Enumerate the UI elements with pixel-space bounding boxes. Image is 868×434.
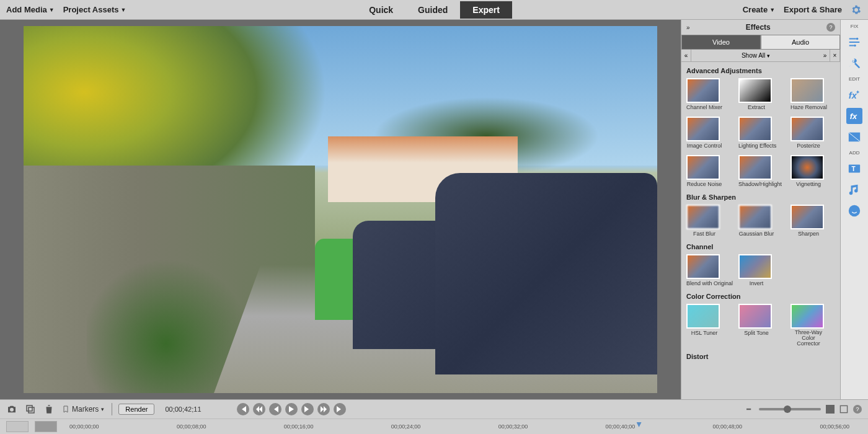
effect-blend-original[interactable]: Blend with Original xyxy=(686,254,722,286)
goto-start-button[interactable] xyxy=(237,403,249,415)
preview-monitor xyxy=(0,20,681,399)
tool-titles[interactable]: T xyxy=(846,161,862,177)
step-back-button[interactable] xyxy=(253,403,265,415)
svg-point-7 xyxy=(849,205,860,216)
frame-forward-button[interactable] xyxy=(301,403,314,415)
effect-fast-blur[interactable]: Fast Blur xyxy=(686,205,722,237)
duplicate-icon[interactable] xyxy=(25,404,36,415)
svg-text:fx: fx xyxy=(850,112,857,121)
zoom-out-icon[interactable] xyxy=(746,405,754,413)
effect-reduce-noise[interactable]: Reduce Noise xyxy=(686,155,722,187)
zoom-slider[interactable] xyxy=(759,408,821,410)
frame-back-button[interactable] xyxy=(269,403,281,415)
svg-rect-13 xyxy=(746,409,751,410)
playhead[interactable] xyxy=(637,422,642,427)
trash-icon[interactable] xyxy=(43,404,55,415)
project-assets-menu[interactable]: Project Assets▼ xyxy=(63,5,126,14)
effect-sharpen[interactable]: Sharpen xyxy=(790,205,826,237)
category-label: Advanced Adjustments xyxy=(686,67,835,74)
tab-quick[interactable]: Quick xyxy=(356,1,405,19)
effect-gaussian-blur[interactable]: Gaussian Blur xyxy=(738,205,774,237)
tool-fix[interactable]: FIX xyxy=(851,24,858,29)
effect-three-way-color[interactable]: Three-Way Color Corrector xyxy=(790,304,826,347)
effect-image-control[interactable]: Image Control xyxy=(686,117,722,149)
svg-rect-8 xyxy=(27,405,32,411)
timeline-help-icon[interactable]: ? xyxy=(853,405,862,414)
ruler-tick: 00;00;56;00 xyxy=(820,423,849,430)
goto-end-button[interactable] xyxy=(334,403,346,415)
svg-text:T: T xyxy=(851,166,856,172)
tool-adjust[interactable] xyxy=(846,34,862,50)
effect-posterize[interactable]: Posterize xyxy=(790,117,826,149)
svg-rect-15 xyxy=(840,405,847,412)
filter-next-icon[interactable]: » xyxy=(820,50,830,61)
svg-point-1 xyxy=(854,45,856,47)
tool-music[interactable] xyxy=(846,182,862,198)
help-icon[interactable]: ? xyxy=(826,23,835,32)
step-forward-button[interactable] xyxy=(317,403,330,415)
render-button[interactable]: Render xyxy=(118,404,154,415)
tool-fx[interactable]: fx xyxy=(846,108,862,124)
panel-title: Effects xyxy=(690,23,826,32)
ruler-tick: 00;00;08;00 xyxy=(177,423,206,430)
ruler-tick: 00;00;00;00 xyxy=(69,423,99,430)
fit-icon[interactable] xyxy=(839,405,848,414)
export-share-menu[interactable]: Export & Share xyxy=(784,5,842,14)
svg-rect-14 xyxy=(826,405,835,414)
zoom-in-icon[interactable] xyxy=(826,405,835,414)
preview-frame xyxy=(24,26,657,393)
effect-shadow-highlight[interactable]: Shadow/Highlight xyxy=(738,155,774,187)
effect-invert[interactable]: Invert xyxy=(738,254,774,286)
tab-expert[interactable]: Expert xyxy=(460,1,512,19)
effect-split-tone[interactable]: Split Tone xyxy=(738,304,774,347)
effect-hsl-tuner[interactable]: HSL Tuner xyxy=(686,304,722,347)
effect-vignetting[interactable]: Vignetting xyxy=(790,155,826,187)
markers-dropdown[interactable]: Markers ▾ xyxy=(62,405,104,414)
play-button[interactable] xyxy=(285,403,298,415)
ruler-tick: 00;00;40;00 xyxy=(606,423,636,430)
effect-haze-removal[interactable]: Haze Removal xyxy=(790,78,826,110)
ruler-tick: 00;00;48;00 xyxy=(713,423,743,430)
timeline-tools-button[interactable] xyxy=(6,421,29,432)
caret-down-icon: ▼ xyxy=(769,7,775,13)
effects-tab-audio[interactable]: Audio xyxy=(761,35,840,50)
create-menu[interactable]: Create▼ xyxy=(743,5,775,14)
category-label: Distort xyxy=(686,353,835,360)
effect-lighting-effects[interactable]: Lighting Effects xyxy=(738,117,774,149)
tool-tools[interactable] xyxy=(846,55,862,71)
timeline-audio-button[interactable] xyxy=(35,421,57,432)
marker-icon xyxy=(62,405,69,414)
category-label: Blur & Sharpen xyxy=(686,193,835,201)
gear-icon[interactable] xyxy=(851,4,862,16)
svg-point-0 xyxy=(856,38,859,40)
snapshot-icon[interactable] xyxy=(6,404,17,415)
add-media-menu[interactable]: Add Media▼ xyxy=(6,5,55,14)
tool-fx-star[interactable]: fx xyxy=(846,87,862,103)
filter-dropdown[interactable]: Show All ▾ xyxy=(691,52,820,59)
timecode-display[interactable]: 00;00;42;11 xyxy=(161,404,205,415)
svg-rect-9 xyxy=(29,407,34,413)
effect-extract[interactable]: Extract xyxy=(738,78,774,110)
effects-list[interactable]: Advanced Adjustments Channel Mixer Extra… xyxy=(681,62,840,399)
effects-tab-video[interactable]: Video xyxy=(681,35,761,50)
tab-guided[interactable]: Guided xyxy=(405,1,460,19)
category-label: Channel xyxy=(686,243,835,250)
tool-graphics[interactable] xyxy=(846,203,862,219)
ruler-tick: 00;00;32;00 xyxy=(498,423,528,430)
filter-prev-icon[interactable]: « xyxy=(681,50,691,61)
ruler-tick: 00;00;16;00 xyxy=(284,423,314,430)
tool-transitions[interactable] xyxy=(846,129,862,145)
caret-down-icon: ▼ xyxy=(49,7,55,13)
filter-close-icon[interactable]: × xyxy=(830,50,840,61)
ruler-tick: 00;00;24;00 xyxy=(391,423,421,430)
timeline-ruler[interactable]: 00;00;00;00 00;00;08;00 00;00;16;00 00;0… xyxy=(57,423,862,430)
tool-edit[interactable]: EDIT xyxy=(849,76,860,82)
tool-add[interactable]: ADD xyxy=(849,150,860,156)
svg-text:fx: fx xyxy=(849,91,857,100)
category-label: Color Correction xyxy=(686,293,835,300)
caret-down-icon: ▼ xyxy=(121,7,126,13)
effect-channel-mixer[interactable]: Channel Mixer xyxy=(686,78,722,110)
